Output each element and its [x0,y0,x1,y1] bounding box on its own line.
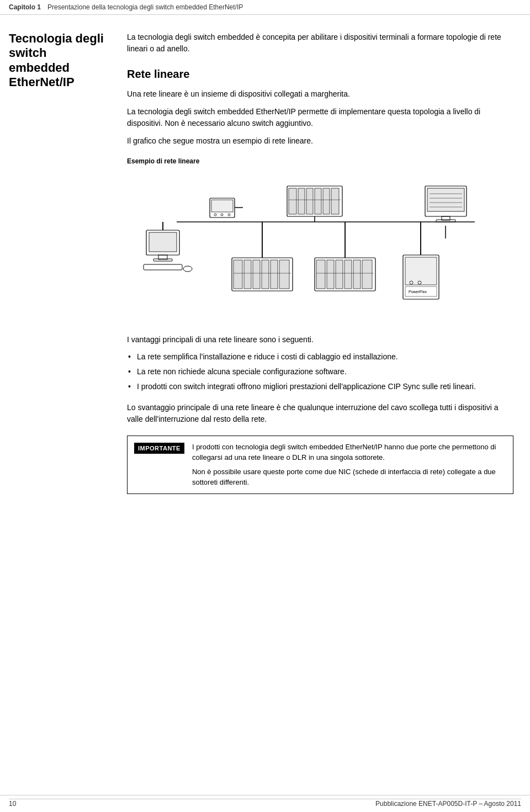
svg-point-59 [228,214,230,216]
disadvantage-text: Lo svantaggio principale di una rete lin… [127,402,513,426]
rete-para3: Il grafico che segue mostra un esempio d… [127,135,513,147]
page-footer: 10 Pubblicazione ENET-AP005D-IT-P – Agos… [0,795,530,812]
svg-rect-14 [323,188,330,214]
header-title: Presentazione della tecnologia degli swi… [47,3,243,11]
rete-para2: La tecnologia degli switch embedded Ethe… [127,106,513,130]
svg-point-58 [221,214,223,216]
svg-rect-33 [279,260,289,289]
svg-text:PowerFlex: PowerFlex [409,290,427,294]
chapter-label: Capitolo 1 [9,3,41,11]
svg-rect-10 [289,188,296,214]
important-box: IMPORTANTE I prodotti con tecnologia deg… [127,436,513,494]
svg-rect-48 [405,257,437,285]
svg-rect-13 [315,188,321,214]
svg-rect-41 [344,260,352,289]
diagram-svg: PowerFlex [127,169,513,324]
important-para1: I prodotti con tecnologia degli switch e… [192,442,506,463]
network-diagram: PowerFlex [127,169,513,324]
bullet-2: La rete non richiede alcuna speciale con… [127,366,513,378]
right-column: La tecnologia degli switch embedded è co… [116,31,530,766]
bullet-1: La rete semplifica l'installazione e rid… [127,351,513,363]
main-content: Tecnologia degli switch embedded EtherNe… [0,15,530,799]
svg-rect-12 [306,188,313,214]
svg-rect-43 [362,260,372,289]
svg-rect-15 [331,188,339,214]
svg-rect-30 [253,260,260,289]
svg-rect-31 [262,260,269,289]
svg-rect-28 [234,260,242,289]
page-header: Capitolo 1 Presentazione della tecnologi… [0,0,530,15]
rete-lineare-title: Rete lineare [127,68,513,81]
diagram-label: Esempio di rete lineare [127,157,513,165]
svg-point-57 [214,214,216,216]
svg-rect-40 [336,260,343,289]
section-title: Tecnologia degli switch embedded EtherNe… [9,31,107,90]
page-number: 10 [9,800,16,808]
intro-text: La tecnologia degli switch embedded è co… [127,31,513,55]
important-para2: Non è possibile usare queste porte come … [192,466,506,488]
svg-rect-2 [149,232,177,252]
rete-para1: Una rete lineare è un insieme di disposi… [127,88,513,100]
bullet-3: I prodotti con switch integrati offrono … [127,381,513,393]
svg-rect-19 [427,188,464,211]
svg-point-6 [183,266,192,272]
publication-info: Pubblicazione ENET-AP005D-IT-P – Agosto … [375,800,521,808]
svg-rect-29 [244,260,251,289]
svg-rect-42 [353,260,361,289]
advantages-list: La rete semplifica l'installazione e rid… [127,351,513,392]
svg-rect-39 [327,260,334,289]
svg-rect-56 [211,200,233,212]
svg-rect-11 [298,188,305,214]
left-column: Tecnologia degli switch embedded EtherNe… [0,31,116,766]
svg-rect-38 [316,260,325,289]
important-text-block: I prodotti con tecnologia degli switch e… [192,442,506,488]
svg-rect-32 [271,260,278,289]
svg-rect-5 [144,264,182,270]
advantages-intro: I vantaggi principali di una rete linear… [127,334,513,346]
important-label: IMPORTANTE [134,443,184,454]
